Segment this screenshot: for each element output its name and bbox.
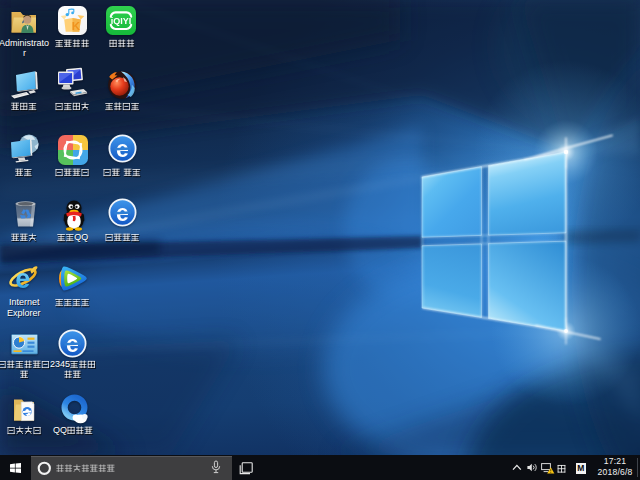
svg-text:QQ: QQ xyxy=(53,425,67,435)
svg-text:QQ: QQ xyxy=(74,232,88,242)
svg-text:K: K xyxy=(72,20,81,32)
svg-text:Administrato: Administrato xyxy=(0,38,49,48)
svg-text:r: r xyxy=(23,48,26,58)
svg-text:Explorer: Explorer xyxy=(7,308,41,318)
svg-text:iQIYI: iQIYI xyxy=(111,16,132,26)
svg-text:Internet: Internet xyxy=(9,297,40,307)
svg-text:e: e xyxy=(15,264,30,294)
svg-text:2345: 2345 xyxy=(50,359,70,369)
